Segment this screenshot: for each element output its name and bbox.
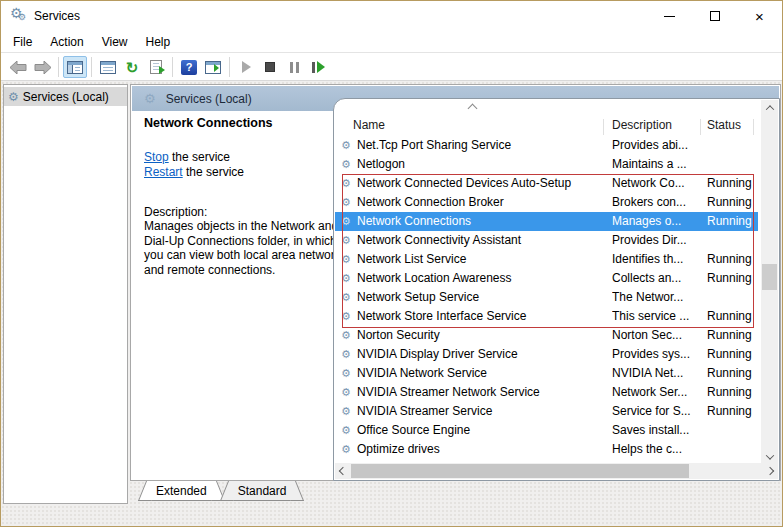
service-row[interactable]: ⚙ Network Store Interface Service This s… [335,307,758,326]
service-row[interactable]: ⚙ Network Location Awareness Collects an… [335,269,758,288]
toolbar: ↻ ? [1,54,782,81]
start-service-button[interactable] [234,56,258,78]
column-header-description[interactable]: Description [612,118,672,132]
service-description: The Networ... [612,290,704,304]
refresh-icon: ↻ [126,60,139,75]
service-status: Running [707,271,757,285]
service-row[interactable]: ⚙ NVIDIA Display Driver Service Provides… [335,345,758,364]
menu-file[interactable]: File [4,32,41,52]
start-icon [242,61,251,73]
service-description: Maintains a ... [612,157,704,171]
view-tabs-strip: Extended Standard [130,481,781,504]
show-action-pane-button[interactable] [201,56,225,78]
tree-item-services-local[interactable]: ⚙ Services (Local) [4,87,127,106]
forward-button[interactable] [30,56,54,78]
services-window: ⚙ ⚙ Services × File Action View Help [0,0,783,527]
service-row[interactable]: ⚙ Norton Security Norton Sec... Running [335,326,758,345]
service-description: Provides sys... [612,347,704,361]
properties-button[interactable] [96,56,120,78]
services-rows: ⚙ Net.Tcp Port Sharing Service Provides … [335,136,758,466]
maximize-icon [710,11,720,21]
service-row[interactable]: ⚙ Network Connectivity Assistant Provide… [335,231,758,250]
service-gear-icon: ⚙ [341,157,351,171]
service-description: Provides abi... [612,138,704,152]
service-row[interactable]: ⚙ Network List Service Identifies th... … [335,250,758,269]
scroll-left-button[interactable] [335,463,351,479]
title-bar: ⚙ ⚙ Services × [1,1,782,31]
restart-service-button[interactable] [306,56,330,78]
horizontal-scroll-thumb[interactable] [351,464,689,478]
chevron-right-icon [766,467,774,475]
service-row[interactable]: ⚙ Netlogon Maintains a ... [335,155,758,174]
show-console-tree-button[interactable] [63,56,87,78]
caption-buttons: × [647,1,782,31]
results-panel: ⚙ Services (Local) Network Connections S… [130,84,781,481]
scroll-right-button[interactable] [762,463,778,479]
service-gear-icon: ⚙ [341,385,351,399]
service-row[interactable]: ⚙ Network Connections Manages o... Runni… [335,212,758,231]
service-description: Service for S... [612,404,704,418]
horizontal-scrollbar[interactable] [335,463,778,479]
restart-service-link[interactable]: Restart [144,165,183,179]
properties-icon [100,61,116,74]
service-row[interactable]: ⚙ Network Setup Service The Networ... [335,288,758,307]
tab-extended[interactable]: Extended [148,481,215,501]
stop-service-link[interactable]: Stop [144,150,169,164]
help-button[interactable]: ? [177,56,201,78]
vertical-scroll-thumb[interactable] [762,264,777,290]
service-row[interactable]: ⚙ Net.Tcp Port Sharing Service Provides … [335,136,758,155]
main-content: ⚙ Services (Local) ⚙ Services (Local) Ne… [1,81,782,527]
menu-view[interactable]: View [93,32,137,52]
service-name: Network Location Awareness [357,271,607,285]
tree-item-label: Services (Local) [23,90,109,104]
stop-icon [265,62,275,72]
column-divider[interactable] [700,119,701,135]
service-gear-icon: ⚙ [341,252,351,266]
back-button[interactable] [6,56,30,78]
selected-service-title: Network Connections [144,116,344,130]
service-status: Running [707,366,757,380]
menu-help[interactable]: Help [137,32,180,52]
column-divider[interactable] [603,119,604,135]
service-name: NVIDIA Network Service [357,366,607,380]
service-row[interactable]: ⚙ Network Connected Devices Auto-Setup N… [335,174,758,193]
service-name: Net.Tcp Port Sharing Service [357,138,607,152]
export-list-button[interactable] [144,56,168,78]
service-gear-icon: ⚙ [341,195,351,209]
service-name: NVIDIA Display Driver Service [357,347,607,361]
column-divider[interactable] [753,119,754,135]
service-description: Collects an... [612,271,704,285]
scroll-up-button[interactable] [761,100,778,116]
service-row[interactable]: ⚙ Optimize drives Helps the c... [335,440,758,459]
refresh-button[interactable]: ↻ [120,56,144,78]
service-row[interactable]: ⚙ NVIDIA Streamer Network Service Networ… [335,383,758,402]
column-header-name[interactable]: Name [353,118,385,132]
menu-action[interactable]: Action [41,32,92,52]
service-gear-icon: ⚙ [341,347,351,361]
close-button[interactable]: × [737,1,782,31]
stop-service-button[interactable] [258,56,282,78]
service-row[interactable]: ⚙ Network Connection Broker Brokers con.… [335,193,758,212]
vertical-scrollbar[interactable] [761,100,778,465]
service-row[interactable]: ⚙ NVIDIA Streamer Service Service for S.… [335,402,758,421]
chevron-left-icon [339,467,347,475]
export-list-icon [150,60,162,74]
service-description: Brokers con... [612,195,704,209]
service-row[interactable]: ⚙ NVIDIA Network Service NVIDIA Net... R… [335,364,758,383]
minimize-button[interactable] [647,1,692,31]
service-name: Network Setup Service [357,290,607,304]
restart-icon [312,61,325,73]
column-header-status[interactable]: Status [707,118,741,132]
results-header-title: Services (Local) [166,92,252,106]
service-row[interactable]: ⚙ Office Source Engine Saves install... [335,421,758,440]
pause-service-button[interactable] [282,56,306,78]
tab-standard[interactable]: Standard [230,481,295,501]
pause-icon [290,62,299,73]
service-gear-icon: ⚙ [341,233,351,247]
maximize-button[interactable] [692,1,737,31]
service-name: Network Connections [357,214,607,228]
service-name: Network List Service [357,252,607,266]
service-description: Network Co... [612,176,704,190]
service-description: Saves install... [612,423,704,437]
chevron-up-icon [765,105,773,113]
